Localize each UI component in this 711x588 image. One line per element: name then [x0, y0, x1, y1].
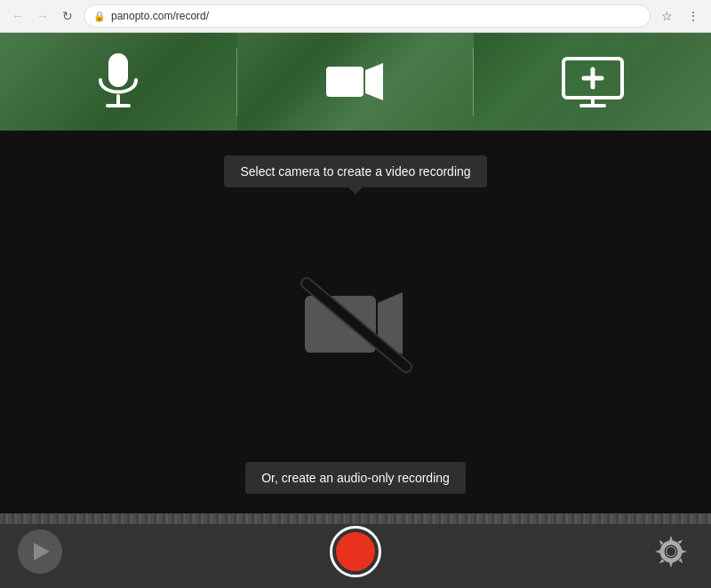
record-button-inner	[336, 532, 375, 571]
screen-plus-icon	[562, 55, 624, 108]
svg-rect-0	[108, 53, 128, 87]
reload-button[interactable]: ↻	[57, 5, 78, 27]
microphone-icon	[95, 50, 141, 114]
no-camera-icon	[298, 276, 413, 374]
forward-button[interactable]: →	[32, 5, 53, 27]
address-bar[interactable]: 🔒 panopto.com/record/	[84, 4, 651, 28]
audio-only-text: Or, create an audio-only recording	[261, 471, 450, 485]
nav-buttons: ← → ↻	[7, 5, 78, 27]
svg-rect-3	[326, 67, 363, 97]
bottom-bar	[0, 513, 711, 588]
audio-section: Or, create an audio-only recording	[245, 462, 466, 505]
camera-tooltip: Select camera to create a video recordin…	[224, 155, 486, 187]
browser-chrome: ← → ↻ 🔒 panopto.com/record/ ☆ ⋮	[0, 0, 711, 33]
camera-tooltip-text: Select camera to create a video recordin…	[240, 164, 470, 179]
settings-button[interactable]	[649, 529, 693, 574]
tab-video[interactable]	[237, 33, 475, 131]
main-content: Select camera to create a video recordin…	[0, 131, 711, 513]
audio-only-tooltip: Or, create an audio-only recording	[245, 462, 466, 494]
svg-point-15	[667, 547, 675, 556]
bookmark-button[interactable]: ☆	[656, 5, 677, 27]
browser-toolbar: ← → ↻ 🔒 panopto.com/record/ ☆ ⋮	[0, 0, 711, 32]
camera-off-area	[298, 187, 413, 462]
panopto-logo	[18, 529, 62, 574]
back-button[interactable]: ←	[7, 5, 28, 27]
record-button-container	[330, 526, 381, 577]
lock-icon: 🔒	[93, 11, 106, 22]
svg-marker-12	[34, 543, 50, 560]
app-container: Select camera to create a video recordin…	[0, 33, 711, 588]
menu-button[interactable]: ⋮	[683, 5, 704, 27]
tab-audio[interactable]	[0, 33, 237, 131]
video-camera-icon	[324, 60, 387, 104]
tab-screen[interactable]	[474, 33, 711, 131]
tab-bar	[0, 33, 711, 131]
url-text: panopto.com/record/	[111, 10, 209, 22]
record-button[interactable]	[330, 526, 381, 577]
